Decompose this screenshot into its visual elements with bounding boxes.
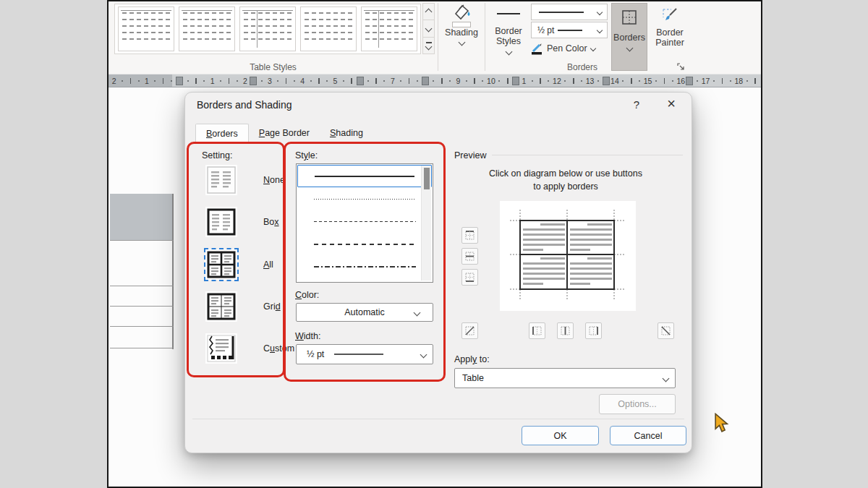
chevron-down-icon: [425, 43, 433, 51]
gallery-scroll-up-button[interactable]: [422, 3, 435, 20]
ruler-mark: [258, 80, 265, 82]
ruler-mark: [413, 80, 421, 82]
top-border-button[interactable]: [461, 227, 478, 244]
border-styles-label: Border Styles: [488, 26, 529, 47]
ruler-mark: [356, 77, 364, 85]
pen-color-label: Pen Color: [547, 43, 587, 53]
ruler-mark: [348, 78, 356, 84]
diagonal-up-border-button[interactable]: [461, 322, 478, 339]
diagonal-down-border-icon: [661, 326, 671, 335]
ruler-number: 1: [520, 77, 528, 85]
borders-button[interactable]: Borders: [611, 3, 647, 71]
dialog-tabs: Borders Page Border Shading: [195, 124, 373, 144]
gallery-scroll-down-button[interactable]: [422, 20, 435, 37]
ruler-mark: [603, 77, 610, 85]
bottom-border-button[interactable]: [461, 269, 478, 286]
shading-color-swatch: [452, 22, 471, 27]
ruler-mark: [635, 80, 643, 82]
options-button[interactable]: Options...: [599, 394, 676, 414]
background-table-border: [110, 348, 174, 348]
ruler-mark: [652, 80, 660, 82]
diagonal-up-border-icon: [465, 326, 475, 335]
ruler-number: 7: [388, 77, 396, 85]
table-styles-gallery: [114, 4, 421, 54]
chevron-down-icon: [597, 9, 603, 14]
ribbon: Shading Border Styles ½ pt: [109, 1, 761, 74]
ruler-mark: [250, 77, 258, 85]
inside-horizontal-border-button[interactable]: [461, 248, 478, 265]
ruler-mark: [619, 80, 627, 82]
ruler-mark: [627, 78, 635, 84]
inside-vertical-border-button[interactable]: [557, 322, 574, 339]
ruler-mark: [470, 78, 478, 84]
ruler-mark: [323, 80, 331, 82]
border-style-sample-icon: [497, 13, 520, 14]
ribbon-group-divider: [485, 3, 485, 71]
ruler-number: 2: [241, 77, 249, 85]
ruler-mark: [421, 77, 429, 85]
tab-borders[interactable]: Borders: [195, 124, 249, 144]
shading-button[interactable]: Shading: [440, 3, 483, 71]
border-styles-button[interactable]: Border Styles: [488, 3, 529, 71]
ruler-number: 2: [110, 77, 118, 85]
ruler-mark: [373, 78, 380, 84]
tab-page-border[interactable]: Page Border: [249, 124, 320, 144]
ruler-number: 10: [487, 77, 495, 85]
right-border-icon: [589, 326, 598, 335]
cancel-button[interactable]: Cancel: [610, 426, 686, 445]
ruler-number: 17: [702, 77, 710, 85]
ruler-mark: [159, 78, 167, 84]
pen-color-icon: [531, 43, 544, 55]
tab-shading[interactable]: Shading: [320, 124, 373, 144]
pen-color-button[interactable]: Pen Color: [531, 40, 612, 57]
ruler-number: 16: [676, 77, 685, 85]
background-table-border: [110, 326, 174, 327]
gallery-scroll-buttons: [422, 4, 435, 54]
table-style-thumbnail[interactable]: [239, 7, 296, 51]
ruler-mark: [685, 77, 693, 85]
apply-to-dropdown[interactable]: Table: [454, 368, 676, 388]
table-style-thumbnail[interactable]: [179, 7, 235, 51]
horizontal-ruler: 21123457910112131415161718: [109, 74, 761, 87]
ruler-number: 18: [734, 77, 743, 85]
ruler-mark: [225, 78, 233, 84]
ruler-number: 4: [299, 77, 307, 85]
table-style-thumbnail[interactable]: [300, 7, 357, 51]
ruler-mark: [718, 78, 726, 84]
borders-button-label: Borders: [613, 33, 645, 43]
line-style-dropdown[interactable]: [531, 4, 608, 20]
line-weight-sample: [558, 30, 582, 31]
ruler-mark: [216, 80, 224, 82]
ok-button[interactable]: OK: [522, 426, 599, 445]
ruler-number: 15: [644, 77, 652, 85]
gallery-more-button[interactable]: [422, 37, 435, 54]
ruler-mark: [545, 80, 553, 82]
chevron-up-icon: [425, 8, 433, 15]
border-painter-brush-icon: [661, 7, 678, 25]
ruler-mark: [192, 78, 200, 84]
help-button[interactable]: ?: [634, 98, 639, 111]
ruler-mark: [536, 78, 544, 84]
ruler-mark: [396, 80, 404, 82]
line-weight-dropdown[interactable]: ½ pt: [531, 22, 608, 38]
ruler-mark: [364, 80, 372, 82]
chevron-down-icon: [425, 25, 433, 33]
ruler-mark: [693, 80, 701, 82]
ruler-number: 5: [331, 77, 339, 85]
border-painter-button[interactable]: Border Painter: [650, 3, 690, 71]
dialog-launcher-icon[interactable]: [677, 63, 685, 71]
table-style-thumbnail[interactable]: [118, 7, 174, 51]
ruler-mark: [462, 80, 470, 82]
ruler-mark: [594, 80, 602, 82]
annotation-box-setting: [187, 142, 285, 377]
footer-divider: [192, 419, 684, 419]
chevron-down-icon: [590, 46, 595, 51]
close-icon[interactable]: ×: [667, 95, 676, 112]
preview-diagram[interactable]: [500, 201, 636, 311]
borders-group-label: Borders: [485, 62, 680, 72]
table-style-thumbnail[interactable]: [361, 7, 417, 51]
diagonal-down-border-button[interactable]: [658, 322, 674, 339]
right-border-button[interactable]: [585, 322, 602, 339]
ruler-number: 1: [208, 77, 216, 85]
left-border-button[interactable]: [529, 322, 545, 339]
